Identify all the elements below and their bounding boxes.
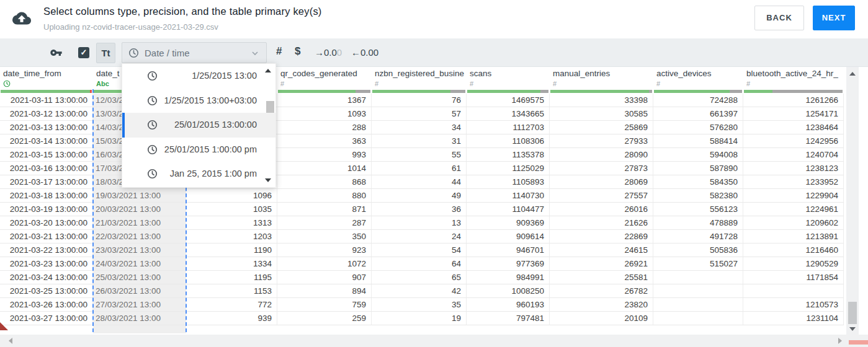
table-cell[interactable]: 1008250 [467, 284, 550, 297]
table-cell[interactable]: 259 [277, 312, 372, 325]
table-cell[interactable]: 1093 [277, 107, 372, 120]
table-cell[interactable]: 1104477 [467, 203, 550, 216]
table-cell[interactable]: 594008 [653, 148, 743, 161]
table-cell[interactable]: 1290529 [743, 257, 844, 270]
table-cell[interactable]: 2021-03-23 13:00:00 [0, 257, 93, 270]
table-cell[interactable]: 35 [372, 298, 467, 311]
table-cell[interactable]: 1224961 [743, 203, 844, 216]
table-cell[interactable]: 57 [372, 107, 467, 120]
scroll-up-icon[interactable] [849, 72, 856, 76]
table-cell[interactable]: 960193 [467, 298, 550, 311]
table-cell[interactable]: 36 [372, 203, 467, 216]
table-cell[interactable]: 25869 [550, 121, 653, 134]
column-header[interactable]: scans# [467, 67, 550, 89]
table-cell[interactable]: 1135378 [467, 148, 550, 161]
table-cell[interactable]: 287 [277, 216, 372, 229]
table-cell[interactable]: 28/03/2021 13:00 [93, 312, 186, 325]
table-cell[interactable]: 55 [372, 148, 467, 161]
column-header[interactable]: date_time_from [0, 67, 93, 89]
table-cell[interactable]: 1469575 [467, 94, 550, 107]
table-cell[interactable]: 2021-03-19 13:00:00 [0, 203, 93, 216]
table-cell[interactable]: 1240704 [743, 148, 844, 161]
table-cell[interactable]: 288 [277, 121, 372, 134]
table-cell[interactable]: 76 [372, 94, 467, 107]
table-cell[interactable]: 871 [277, 203, 372, 216]
table-cell[interactable]: 21626 [550, 216, 653, 229]
table-cell[interactable]: 923 [277, 244, 372, 257]
table-cell[interactable]: 363 [277, 134, 372, 147]
table-cell[interactable]: 1313 [186, 216, 277, 229]
table-cell[interactable]: 22/03/2021 13:00 [93, 230, 186, 243]
table-cell[interactable]: 907 [277, 271, 372, 284]
table-cell[interactable]: 42 [372, 284, 467, 297]
table-cell[interactable]: 1105893 [467, 175, 550, 188]
table-cell[interactable]: 1125029 [467, 162, 550, 175]
table-cell[interactable]: 1190 [186, 244, 277, 257]
datetime-format-option[interactable]: 25/01/2015 13:00:00 [122, 113, 275, 138]
table-cell[interactable]: 977369 [467, 257, 550, 270]
table-cell[interactable]: 13 [372, 216, 467, 229]
table-cell[interactable]: 20109 [550, 312, 653, 325]
table-cell[interactable]: 2021-03-18 13:00:00 [0, 189, 93, 202]
table-cell[interactable]: 1233952 [743, 175, 844, 188]
scroll-right-icon[interactable] [838, 338, 842, 344]
table-cell[interactable]: 2021-03-15 13:00:00 [0, 148, 93, 161]
table-cell[interactable]: 505836 [653, 244, 743, 257]
table-cell[interactable]: 31 [372, 134, 467, 147]
table-cell[interactable]: 2021-03-11 13:00:00 [0, 94, 93, 107]
datetime-format-option[interactable]: 1/25/2015 13:00 [122, 64, 275, 89]
table-cell[interactable]: 1096 [186, 189, 277, 202]
table-cell[interactable] [653, 312, 743, 325]
table-cell[interactable]: 65 [372, 271, 467, 284]
table-cell[interactable]: 27873 [550, 162, 653, 175]
table-cell[interactable]: 25581 [550, 271, 653, 284]
table-cell[interactable]: 2021-03-17 13:00:00 [0, 175, 93, 188]
table-cell[interactable]: 27933 [550, 134, 653, 147]
integer-type-button[interactable]: # [276, 45, 282, 58]
table-cell[interactable] [653, 271, 743, 284]
table-cell[interactable]: 26782 [550, 284, 653, 297]
table-cell[interactable]: 25/03/2021 13:00 [93, 271, 186, 284]
table-cell[interactable]: 27/03/2021 13:00 [93, 298, 186, 311]
column-header[interactable]: qr_codes_generated# [277, 67, 372, 89]
table-cell[interactable]: 2021-03-21 13:00:00 [0, 230, 93, 243]
dropdown-scroll-down-icon[interactable] [265, 178, 271, 182]
table-cell[interactable]: 1254171 [743, 107, 844, 120]
back-button[interactable]: BACK [754, 6, 804, 30]
table-cell[interactable]: 993 [277, 148, 372, 161]
table-cell[interactable]: 491728 [653, 230, 743, 243]
table-cell[interactable]: 24/03/2021 13:00 [93, 257, 186, 270]
vertical-scrollbar-thumb[interactable] [848, 302, 857, 324]
table-cell[interactable]: 939 [186, 312, 277, 325]
table-cell[interactable]: 868 [277, 175, 372, 188]
table-cell[interactable]: 22869 [550, 230, 653, 243]
table-cell[interactable]: 61 [372, 162, 467, 175]
table-cell[interactable]: 909614 [467, 230, 550, 243]
table-cell[interactable]: 1231104 [743, 312, 844, 325]
table-cell[interactable]: 880 [277, 189, 372, 202]
table-cell[interactable]: 587890 [653, 162, 743, 175]
table-cell[interactable]: 27557 [550, 189, 653, 202]
table-cell[interactable]: 1210573 [743, 298, 844, 311]
table-cell[interactable]: 24 [372, 230, 467, 243]
table-cell[interactable]: 724288 [653, 94, 743, 107]
table-cell[interactable]: 2021-03-20 13:00:00 [0, 216, 93, 229]
table-cell[interactable]: 576280 [653, 121, 743, 134]
table-cell[interactable]: 759 [277, 298, 372, 311]
table-cell[interactable]: 2021-03-26 13:00:00 [0, 298, 93, 311]
datetime-format-option[interactable]: Jan 25, 2015 1:00 pm [122, 162, 275, 187]
table-cell[interactable]: 26016 [550, 203, 653, 216]
table-cell[interactable]: 34 [372, 121, 467, 134]
table-cell[interactable]: 19/03/2021 13:00 [93, 189, 186, 202]
datetime-format-option[interactable]: 25/01/2015 1:00:00 pm [122, 138, 275, 162]
text-type-button[interactable]: Tt [96, 43, 115, 63]
table-cell[interactable]: 661397 [653, 107, 743, 120]
table-cell[interactable]: 1112703 [467, 121, 550, 134]
horizontal-scrollbar[interactable] [0, 335, 868, 347]
table-cell[interactable]: 2021-03-24 13:00:00 [0, 271, 93, 284]
table-cell[interactable]: 909369 [467, 216, 550, 229]
datetime-format-select[interactable]: Date / time [122, 42, 267, 63]
table-cell[interactable]: 26921 [550, 257, 653, 270]
table-cell[interactable]: 1343665 [467, 107, 550, 120]
table-cell[interactable] [743, 284, 844, 297]
